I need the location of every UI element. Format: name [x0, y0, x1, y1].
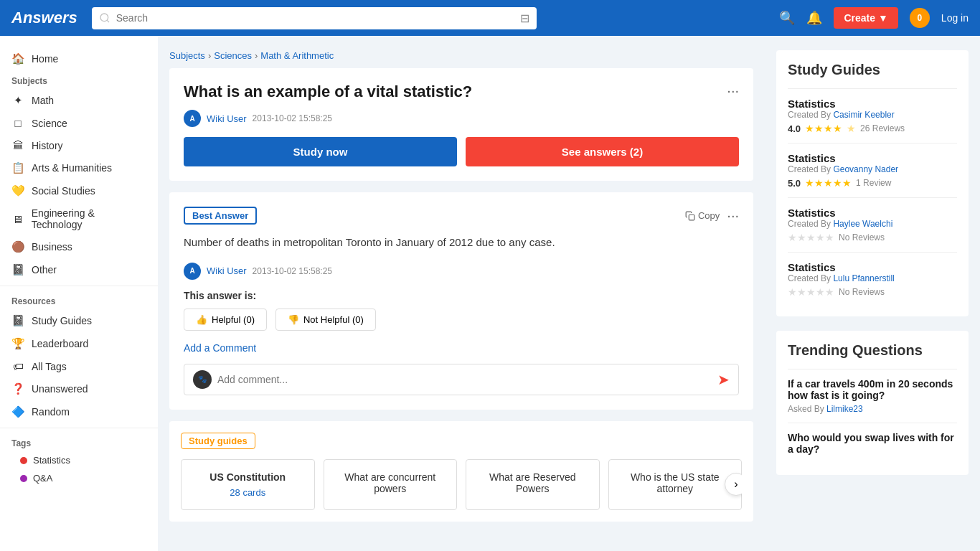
more-options-button[interactable]: ···	[727, 83, 739, 99]
sg-card-3[interactable]: Who is the US state attorney	[608, 459, 743, 510]
study-guides-icon: 📓	[11, 314, 24, 327]
sidebar-item-business[interactable]: 🟤 Business	[0, 235, 158, 258]
stars-filled-0: ★★★★	[805, 123, 842, 134]
sidebar-item-math[interactable]: ✦ Math	[0, 89, 158, 112]
see-answers-button[interactable]: See answers (2)	[466, 137, 739, 166]
divider-sg-3	[788, 252, 957, 253]
sidebar-item-home[interactable]: 🏠 Home	[0, 47, 158, 70]
arts-icon: 📋	[11, 161, 24, 174]
sidebar-item-history[interactable]: 🏛 History	[0, 134, 158, 156]
divider2	[0, 428, 158, 428]
sg-card-1[interactable]: What are concurrent powers	[324, 459, 458, 510]
svg-point-0	[100, 14, 108, 22]
answer-more-options[interactable]: ···	[727, 207, 739, 224]
sidebar-item-unanswered[interactable]: ❓ Unanswered	[0, 377, 158, 400]
sg-card-2-title: What are Reserved Powers	[478, 471, 588, 494]
history-icon: 🏛	[11, 139, 24, 151]
create-button[interactable]: Create ▼	[834, 7, 897, 29]
notification-icon[interactable]: 🔔	[806, 10, 822, 26]
tags-label: Tags	[0, 433, 158, 451]
subjects-label: Subjects	[0, 70, 158, 89]
sidebar-item-random[interactable]: 🔷 Random	[0, 400, 158, 423]
sg-entry-1-stars: 5.0 ★★★★★ 1 Review	[788, 177, 957, 189]
study-guides-panel: Study Guides Statistics Created By Casim…	[776, 50, 969, 316]
sg-entry-1-creator-name[interactable]: Geovanny Nader	[833, 164, 898, 174]
question-card: What is an example of a vital statistic?…	[169, 68, 753, 181]
tag-statistics[interactable]: Statistics	[0, 451, 158, 469]
sidebar-item-leaderboard[interactable]: 🏆 Leaderboard	[0, 332, 158, 355]
sg-card-0-sub: 28 cards	[193, 487, 303, 498]
sg-entry-1-title: Statistics	[788, 152, 957, 164]
copy-icon	[685, 211, 695, 221]
breadcrumb-subjects[interactable]: Subjects	[169, 50, 205, 61]
stars-empty-2: ★★★★★	[788, 232, 834, 243]
comment-input[interactable]	[217, 374, 712, 385]
stars-filled-1: ★★★★★	[805, 177, 852, 189]
question-title: What is an example of a vital statistic?	[184, 83, 727, 101]
breadcrumb: Subjects › Sciences › Math & Arithmetic	[169, 50, 753, 61]
sg-card-3-title: Who is the US state attorney	[621, 471, 730, 494]
sg-card-2[interactable]: What are Reserved Powers	[466, 459, 600, 510]
not-helpful-button[interactable]: 👎 Not Helpful (0)	[275, 309, 376, 331]
send-comment-button[interactable]: ➤	[717, 371, 730, 388]
question-author-avatar: A	[184, 110, 201, 127]
search-input[interactable]	[116, 12, 514, 24]
sg-entry-0-creator-name[interactable]: Casimir Keebler	[833, 110, 894, 120]
thumbs-up-icon: 👍	[196, 314, 207, 325]
trending-q-0[interactable]: If a car travels 400m in 20 seconds how …	[788, 378, 957, 401]
search-icon-header[interactable]: 🔍	[779, 10, 795, 26]
divider-sg-1	[788, 143, 957, 143]
star-half-0: ★	[847, 123, 856, 134]
sg-next-button[interactable]: ›	[725, 473, 742, 496]
trending-item-1: Who would you swap lives with for a day?	[788, 432, 957, 455]
trending-divider-1	[788, 423, 957, 423]
avatar: 0	[910, 8, 930, 28]
stars-empty-3: ★★★★★	[788, 286, 834, 298]
trending-panel: Trending Questions If a car travels 400m…	[776, 331, 969, 475]
sg-entry-0: Statistics Created By Casimir Keebler 4.…	[788, 98, 957, 134]
sg-card-0[interactable]: US Constitution 28 cards	[181, 459, 315, 510]
trending-user-0[interactable]: Lilmike23	[826, 404, 863, 414]
copy-button[interactable]: Copy	[685, 210, 720, 221]
right-panel: Study Guides Statistics Created By Casim…	[765, 36, 980, 551]
sidebar-item-science[interactable]: □ Science	[0, 112, 158, 134]
answer-actions: Copy ···	[685, 207, 739, 224]
math-icon: ✦	[11, 94, 24, 107]
add-comment-link[interactable]: Add a Comment	[184, 342, 739, 354]
filter-icon[interactable]: ⊟	[520, 11, 529, 25]
search-icon	[99, 12, 110, 24]
science-icon: □	[11, 117, 24, 129]
question-author[interactable]: Wiki User	[207, 113, 247, 124]
sidebar-item-study-guides[interactable]: 📓 Study Guides	[0, 309, 158, 332]
login-button[interactable]: Log in	[941, 12, 969, 24]
sg-entry-0-creator: Created By Casimir Keebler	[788, 110, 957, 120]
random-icon: 🔷	[11, 405, 24, 418]
tag-qa[interactable]: Q&A	[0, 469, 158, 487]
leaderboard-icon: 🏆	[11, 337, 24, 350]
answer-footer-meta: A Wiki User 2013-10-02 15:58:25	[184, 263, 739, 280]
sg-entry-2-creator-name[interactable]: Haylee Waelchi	[833, 219, 892, 229]
sg-entry-3-creator-name[interactable]: Lulu Pfannerstill	[833, 273, 894, 283]
answer-author[interactable]: Wiki User	[207, 265, 247, 276]
study-guides-section: Study guides US Constitution 28 cards Wh…	[169, 421, 753, 522]
sidebar-item-arts[interactable]: 📋 Arts & Humanities	[0, 156, 158, 179]
trending-q-1[interactable]: Who would you swap lives with for a day?	[788, 432, 957, 455]
breadcrumb-math[interactable]: Math & Arithmetic	[260, 50, 334, 61]
unanswered-icon: ❓	[11, 382, 24, 395]
study-guides-cards: US Constitution 28 cards What are concur…	[181, 459, 742, 510]
sidebar: 🏠 Home Subjects ✦ Math □ Science 🏛 Histo…	[0, 36, 158, 551]
sidebar-item-social[interactable]: 💛 Social Studies	[0, 179, 158, 202]
engineering-icon: 🖥	[11, 213, 24, 225]
study-now-button[interactable]: Study now	[184, 137, 457, 166]
sidebar-item-engineering[interactable]: 🖥 Engineering & Technology	[0, 202, 158, 235]
sidebar-item-all-tags[interactable]: 🏷 All Tags	[0, 355, 158, 377]
statistics-tag-dot	[20, 457, 27, 464]
answer-header: Best Answer Copy ···	[184, 207, 739, 225]
other-icon: 📓	[11, 263, 24, 276]
answer-date: 2013-10-02 15:58:25	[253, 266, 332, 276]
question-date: 2013-10-02 15:58:25	[253, 113, 332, 123]
helpful-button[interactable]: 👍 Helpful (0)	[184, 309, 267, 331]
sidebar-item-other[interactable]: 📓 Other	[0, 258, 158, 281]
breadcrumb-sciences[interactable]: Sciences	[214, 50, 252, 61]
social-icon: 💛	[11, 184, 24, 197]
